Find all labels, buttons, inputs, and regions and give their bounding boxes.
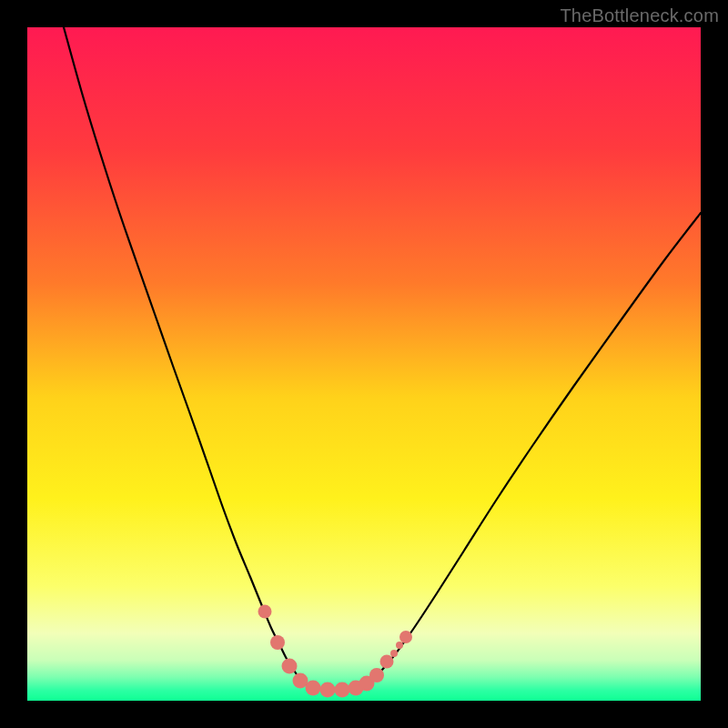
data-point [399, 631, 412, 643]
chart-svg [27, 27, 701, 701]
data-point [380, 655, 394, 669]
data-point [282, 659, 298, 674]
data-point [320, 682, 336, 698]
watermark-label: TheBottleneck.com [560, 5, 719, 26]
data-point [270, 635, 285, 650]
data-point [335, 682, 350, 698]
data-point [396, 642, 403, 649]
plot-area [27, 27, 701, 701]
data-point [306, 681, 321, 696]
data-point [369, 668, 384, 682]
data-point [258, 605, 272, 619]
chart-background [27, 27, 701, 701]
data-point [390, 650, 398, 657]
chart-root: TheBottleneck.com [0, 0, 728, 728]
